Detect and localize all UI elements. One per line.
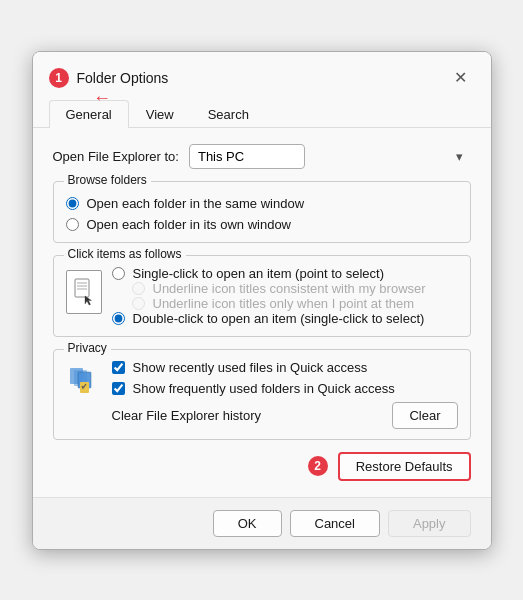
clear-button[interactable]: Clear — [392, 402, 457, 429]
underline-browser-radio — [132, 282, 145, 295]
step-badge-1: 1 — [49, 68, 69, 88]
click-items-layout: Single-click to open an item (point to s… — [66, 266, 458, 326]
svg-rect-7 — [80, 382, 89, 393]
recent-files-item: Show recently used files in Quick access — [112, 360, 458, 375]
apply-button: Apply — [388, 510, 471, 537]
dialog-title: Folder Options — [77, 70, 169, 86]
frequent-folders-label[interactable]: Show frequently used folders in Quick ac… — [133, 381, 395, 396]
browse-own-window-radio[interactable] — [66, 218, 79, 231]
click-icon — [66, 270, 102, 314]
click-items-group: Click items as follows Single-click to o… — [53, 255, 471, 337]
underline-hover-label: Underline icon titles only when I point … — [153, 296, 415, 311]
privacy-layout: Show recently used files in Quick access… — [66, 360, 458, 429]
tab-view[interactable]: View — [129, 100, 191, 128]
underline-browser-label: Underline icon titles consistent with my… — [153, 281, 426, 296]
clear-history-label: Clear File Explorer history — [112, 408, 262, 423]
frequent-folders-item: Show frequently used folders in Quick ac… — [112, 381, 458, 396]
dialog-footer: OK Cancel Apply — [33, 497, 491, 549]
frequent-folders-checkbox[interactable] — [112, 382, 125, 395]
tab-search[interactable]: Search — [191, 100, 266, 128]
cancel-button[interactable]: Cancel — [290, 510, 380, 537]
browse-folders-options: Open each folder in the same window Open… — [66, 192, 458, 232]
open-file-explorer-row: Open File Explorer to: This PC Quick acc… — [53, 144, 471, 169]
browse-same-window-label[interactable]: Open each folder in the same window — [87, 196, 305, 211]
click-options: Single-click to open an item (point to s… — [112, 266, 458, 326]
title-bar-left: 1 Folder Options — [49, 68, 169, 88]
browse-folders-group: Browse folders Open each folder in the s… — [53, 181, 471, 243]
underline-hover-radio — [132, 297, 145, 310]
browse-own-window-item: Open each folder in its own window — [66, 217, 458, 232]
browse-same-window-radio[interactable] — [66, 197, 79, 210]
open-file-explorer-select-wrapper: This PC Quick access — [189, 144, 471, 169]
browse-folders-label: Browse folders — [64, 173, 151, 187]
single-click-label[interactable]: Single-click to open an item (point to s… — [133, 266, 384, 281]
open-file-explorer-label: Open File Explorer to: — [53, 149, 179, 164]
tab-content: Open File Explorer to: This PC Quick acc… — [33, 128, 491, 497]
folder-options-dialog: 1 Folder Options ✕ ← General View Search… — [32, 51, 492, 550]
single-click-item: Single-click to open an item (point to s… — [112, 266, 458, 281]
title-bar: 1 Folder Options ✕ ← — [33, 52, 491, 92]
recent-files-checkbox[interactable] — [112, 361, 125, 374]
recent-files-label[interactable]: Show recently used files in Quick access — [133, 360, 368, 375]
browse-same-window-item: Open each folder in the same window — [66, 196, 458, 211]
privacy-content: Show recently used files in Quick access… — [112, 360, 458, 429]
restore-row: 2 Restore Defaults — [53, 452, 471, 481]
step-badge-2: 2 — [308, 456, 328, 476]
double-click-item: Double-click to open an item (single-cli… — [112, 311, 458, 326]
double-click-label[interactable]: Double-click to open an item (single-cli… — [133, 311, 425, 326]
restore-defaults-button[interactable]: Restore Defaults — [338, 452, 471, 481]
ok-button[interactable]: OK — [213, 510, 282, 537]
clear-row: Clear File Explorer history Clear — [112, 402, 458, 429]
browse-own-window-label[interactable]: Open each folder in its own window — [87, 217, 292, 232]
underline-browser-item: Underline icon titles consistent with my… — [132, 281, 458, 296]
click-items-label: Click items as follows — [64, 247, 186, 261]
svg-rect-0 — [75, 279, 89, 297]
privacy-label: Privacy — [64, 341, 111, 355]
double-click-radio[interactable] — [112, 312, 125, 325]
close-button[interactable]: ✕ — [447, 64, 475, 92]
tab-general[interactable]: General — [49, 100, 129, 128]
arrow-indicator: ← — [93, 88, 111, 109]
privacy-group: Privacy Show recently used files in Quic… — [53, 349, 471, 440]
underline-hover-item: Underline icon titles only when I point … — [132, 296, 458, 311]
privacy-icon — [66, 360, 102, 404]
open-file-explorer-select[interactable]: This PC Quick access — [189, 144, 305, 169]
single-click-radio[interactable] — [112, 267, 125, 280]
